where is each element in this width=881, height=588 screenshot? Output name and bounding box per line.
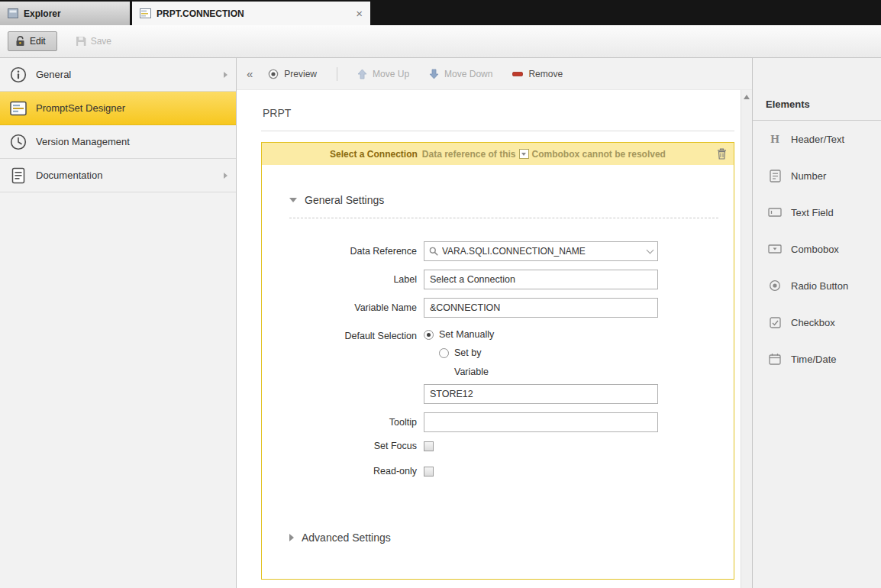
- combobox-caret-button[interactable]: [642, 250, 657, 253]
- sidebar-item-documentation[interactable]: Documentation: [0, 159, 236, 192]
- edit-button-label: Edit: [30, 36, 46, 47]
- collapse-sidebar-button[interactable]: «: [247, 68, 253, 79]
- element-time-date[interactable]: Time/Date: [753, 341, 881, 377]
- tooltip-label: Tooltip: [289, 417, 417, 428]
- elements-panel-title: Elements: [766, 99, 810, 110]
- combobox-mini-icon: [519, 149, 529, 159]
- triangle-down-icon: [289, 198, 297, 202]
- warning-message-after: Combobox cannot be resolved: [532, 149, 666, 160]
- warning-message-before: Data reference of this: [422, 149, 516, 160]
- tab-prpt-connection[interactable]: PRPT.CONNECTION ×: [132, 2, 370, 25]
- move-down-button[interactable]: Move Down: [429, 69, 492, 79]
- default-selection-label: Default Selection: [289, 326, 417, 341]
- variable-name-row: Variable Name: [289, 298, 718, 318]
- sidebar-item-version-management[interactable]: Version Management: [0, 125, 236, 159]
- variable-name-label: Variable Name: [289, 302, 417, 313]
- element-number[interactable]: Number: [753, 157, 881, 194]
- element-settings-body: General Settings Data Reference: [262, 165, 734, 579]
- clock-icon: [9, 133, 27, 150]
- sidebar-item-label: Documentation: [36, 170, 102, 181]
- set-by-label: Set by: [454, 347, 481, 358]
- sidebar-item-label: General: [36, 69, 71, 80]
- search-icon: [429, 247, 438, 256]
- info-icon: [9, 66, 27, 83]
- sidebar-item-promptset-designer[interactable]: PromptSet Designer: [0, 92, 236, 125]
- tab-prpt-connection-label: PRPT.CONNECTION: [157, 8, 244, 19]
- tab-explorer[interactable]: Explorer: [0, 2, 130, 25]
- preview-button-label: Preview: [284, 69, 317, 79]
- chevron-right-icon: [224, 173, 228, 179]
- prompt-element-panel[interactable]: Select a Connection Data reference of th…: [261, 142, 734, 580]
- data-reference-row: Data Reference VARA.SQLI.CONNECTION_NAME: [289, 241, 718, 261]
- advanced-settings-toggle[interactable]: Advanced Settings: [289, 531, 718, 544]
- element-text-field[interactable]: Text Field: [753, 194, 881, 231]
- top-toolbar: Edit Save: [0, 25, 881, 58]
- edit-lock-icon: [15, 36, 25, 47]
- designer-body: PRPT Select a Connection Data reference …: [237, 90, 752, 588]
- save-button[interactable]: Save: [69, 32, 118, 50]
- set-by-variable-sub-label: Variable: [454, 367, 658, 377]
- dashed-divider: [289, 218, 718, 218]
- data-reference-combobox[interactable]: VARA.SQLI.CONNECTION_NAME: [424, 241, 658, 261]
- read-only-checkbox[interactable]: [424, 467, 434, 477]
- set-manually-radio[interactable]: [424, 330, 434, 340]
- number-icon: [768, 170, 782, 183]
- tooltip-row: Tooltip: [289, 412, 718, 432]
- save-button-label: Save: [91, 36, 111, 47]
- set-manually-label: Set Manually: [439, 329, 494, 340]
- variable-name-input[interactable]: [424, 298, 658, 318]
- tab-bar: Explorer PRPT.CONNECTION ×: [0, 0, 881, 25]
- element-combobox[interactable]: Combobox: [753, 231, 881, 267]
- triangle-right-icon: [289, 534, 294, 541]
- data-reference-label: Data Reference: [289, 246, 417, 257]
- default-variable-input[interactable]: [424, 384, 658, 404]
- preview-button[interactable]: Preview: [268, 69, 317, 79]
- set-focus-checkbox[interactable]: [424, 441, 434, 451]
- workspace: General PromptSet Designer Version Manag…: [0, 58, 881, 588]
- combobox-icon: [768, 244, 782, 254]
- remove-button-label: Remove: [528, 69, 563, 79]
- sidebar: General PromptSet Designer Version Manag…: [0, 58, 237, 588]
- tooltip-input[interactable]: [424, 412, 658, 432]
- remove-minus-icon: [512, 71, 523, 77]
- default-selection-row: Default Selection Set Manually: [289, 326, 718, 404]
- warning-element-title: Select a Connection: [330, 149, 418, 160]
- edit-button[interactable]: Edit: [8, 31, 57, 51]
- element-item-label: Header/Text: [791, 134, 844, 145]
- move-up-button[interactable]: Move Up: [357, 69, 409, 79]
- general-settings-form: Data Reference VARA.SQLI.CONNECTION_NAME: [289, 241, 718, 477]
- main-area: « Preview Move Up: [237, 58, 752, 588]
- element-checkbox[interactable]: Checkbox: [753, 304, 881, 341]
- vertical-scrollbar[interactable]: [741, 90, 752, 588]
- promptset-file-icon: [140, 8, 151, 18]
- trash-icon[interactable]: [717, 148, 727, 160]
- document-icon: [9, 166, 27, 184]
- advanced-settings-label: Advanced Settings: [302, 531, 391, 544]
- read-only-row: Read-only: [289, 466, 718, 477]
- save-icon: [76, 36, 86, 47]
- element-header-text[interactable]: H Header/Text: [753, 121, 881, 157]
- arrow-up-icon: [357, 69, 367, 79]
- general-settings-toggle[interactable]: General Settings: [289, 194, 718, 206]
- sidebar-item-general[interactable]: General: [0, 58, 236, 92]
- set-by-variable-option[interactable]: Set by: [439, 347, 658, 358]
- element-radio-button[interactable]: Radio Button: [753, 267, 881, 304]
- preview-radio-icon: [268, 69, 279, 79]
- radio-button-icon: [768, 279, 782, 292]
- sidebar-item-label: Version Management: [36, 136, 130, 147]
- scroll-up-arrow[interactable]: [744, 95, 750, 99]
- element-item-label: Text Field: [791, 207, 834, 218]
- label-input[interactable]: [424, 270, 658, 289]
- set-by-variable-radio[interactable]: [439, 348, 449, 358]
- toolbar-separator: [337, 67, 337, 81]
- label-row: Label: [289, 270, 718, 289]
- label-field-label: Label: [289, 274, 417, 285]
- remove-button[interactable]: Remove: [512, 69, 563, 79]
- set-manually-option[interactable]: Set Manually: [424, 329, 658, 340]
- set-focus-label: Set Focus: [289, 441, 417, 451]
- sidebar-item-label: PromptSet Designer: [36, 102, 125, 114]
- elements-panel-header: Elements: [753, 58, 881, 121]
- close-icon[interactable]: ×: [356, 8, 363, 19]
- designer-toolbar: « Preview Move Up: [237, 58, 752, 90]
- default-selection-group: Set Manually Set by Variable: [424, 326, 658, 404]
